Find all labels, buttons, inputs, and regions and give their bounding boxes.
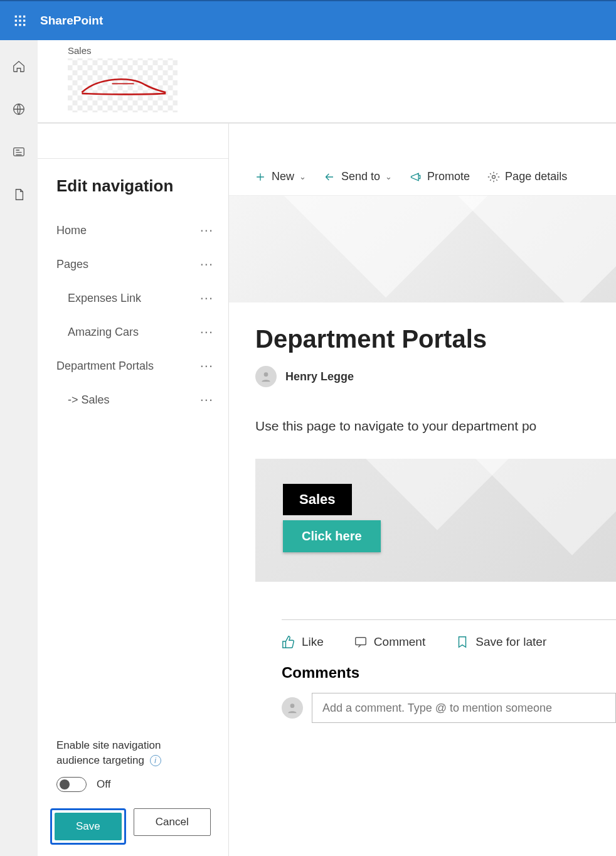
save-for-later-button[interactable]: Save for later (455, 635, 546, 649)
svg-rect-5 (23, 19, 25, 21)
nav-item-label: Amazing Cars (68, 326, 139, 339)
more-icon[interactable]: ··· (200, 392, 213, 408)
page-details-button[interactable]: Page details (487, 170, 567, 183)
file-icon[interactable] (10, 186, 28, 203)
nav-item-department-portals[interactable]: Department Portals ··· (56, 349, 213, 383)
site-logo[interactable] (68, 58, 178, 112)
article-body: Department Portals Henry Legge Use this … (229, 302, 616, 723)
command-bar: New ⌄ Send to ⌄ Promote Page details (229, 158, 616, 196)
click-here-button[interactable]: Click here (283, 520, 381, 552)
svg-point-11 (492, 175, 496, 178)
comment-compose-row (255, 693, 616, 723)
like-button[interactable]: Like (282, 635, 324, 649)
avatar-icon (282, 697, 303, 719)
more-icon[interactable]: ··· (200, 290, 213, 306)
promote-button[interactable]: Promote (410, 170, 470, 183)
nav-item-label: Department Portals (56, 360, 154, 373)
site-header: Sales (38, 40, 616, 123)
nav-item-label: Expenses Link (68, 292, 141, 305)
save-later-label: Save for later (475, 635, 546, 649)
author-name[interactable]: Henry Legge (285, 370, 354, 383)
svg-rect-6 (15, 24, 17, 26)
svg-rect-1 (19, 16, 21, 18)
more-icon[interactable]: ··· (200, 256, 213, 272)
nav-item-label: -> Sales (68, 393, 110, 407)
nav-item-pages[interactable]: Pages ··· (56, 247, 213, 281)
site-name-label: Sales (68, 45, 586, 56)
comment-button[interactable]: Comment (354, 635, 425, 649)
send-to-button[interactable]: Send to ⌄ (324, 170, 392, 183)
comment-input[interactable] (312, 693, 616, 723)
main-content: New ⌄ Send to ⌄ Promote Page details Dep… (229, 124, 616, 856)
panel-actions: Save Cancel (38, 802, 228, 856)
svg-rect-3 (15, 19, 17, 21)
audience-toggle[interactable] (56, 777, 87, 792)
toggle-state-label: Off (97, 778, 110, 791)
svg-point-14 (290, 704, 295, 708)
nav-item-label: Pages (56, 258, 88, 271)
page-title: Department Portals (255, 325, 616, 353)
like-label: Like (302, 635, 324, 649)
nav-item-home[interactable]: Home ··· (56, 213, 213, 247)
product-name[interactable]: SharePoint (40, 14, 103, 28)
svg-rect-7 (19, 24, 21, 26)
comments-heading: Comments (255, 664, 616, 693)
edit-nav-title: Edit navigation (56, 176, 213, 196)
audience-label: Enable site navigation audience targetin… (56, 738, 213, 768)
chevron-down-icon: ⌄ (385, 172, 392, 181)
svg-rect-0 (15, 16, 17, 18)
cancel-button[interactable]: Cancel (134, 808, 211, 836)
author-row: Henry Legge (255, 366, 616, 387)
home-icon[interactable] (10, 58, 28, 75)
left-rail (0, 40, 38, 856)
save-button-highlight: Save (50, 808, 126, 845)
divider (282, 619, 616, 620)
body: Edit navigation Home ··· Pages ··· Expen… (38, 123, 616, 856)
edit-navigation-panel: Edit navigation Home ··· Pages ··· Expen… (38, 124, 229, 856)
promote-label: Promote (427, 170, 470, 183)
nav-item-amazing-cars[interactable]: Amazing Cars ··· (56, 315, 213, 349)
comment-label: Comment (374, 635, 425, 649)
department-tile: Sales Click here (255, 459, 616, 582)
chevron-down-icon: ⌄ (299, 172, 306, 181)
new-button[interactable]: New ⌄ (254, 170, 306, 183)
nav-item-label: Home (56, 224, 87, 237)
svg-rect-8 (23, 24, 25, 26)
svg-point-12 (264, 372, 268, 377)
audience-targeting-section: Enable site navigation audience targetin… (38, 738, 228, 802)
avatar-icon[interactable] (255, 366, 277, 387)
new-label: New (272, 170, 294, 183)
social-bar: Like Comment Save for later (255, 635, 616, 664)
send-to-label: Send to (341, 170, 380, 183)
tile-tag: Sales (283, 484, 352, 515)
svg-rect-13 (356, 638, 366, 645)
nav-item-expenses-link[interactable]: Expenses Link ··· (56, 281, 213, 315)
page-details-label: Page details (505, 170, 567, 183)
more-icon[interactable]: ··· (200, 222, 213, 238)
app-launcher-icon[interactable] (5, 6, 35, 36)
page-description: Use this page to navigate to your depart… (255, 419, 616, 434)
svg-rect-2 (23, 16, 25, 18)
save-button[interactable]: Save (55, 813, 122, 840)
nav-item-sales[interactable]: -> Sales ··· (56, 383, 213, 417)
globe-icon[interactable] (10, 100, 28, 118)
hero-banner (229, 196, 616, 309)
suite-bar: SharePoint (0, 0, 616, 40)
news-icon[interactable] (10, 143, 28, 161)
info-icon[interactable]: i (150, 755, 161, 766)
svg-rect-4 (19, 19, 21, 21)
more-icon[interactable]: ··· (200, 324, 213, 340)
more-icon[interactable]: ··· (200, 358, 213, 374)
